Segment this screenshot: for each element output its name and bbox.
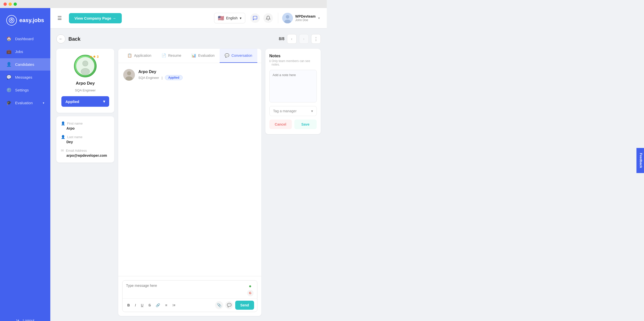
- template-button[interactable]: 💬: [225, 301, 233, 309]
- list-button[interactable]: ≡: [163, 302, 169, 308]
- grammarly-icon: G: [247, 290, 254, 296]
- notification-icon-button[interactable]: [263, 13, 273, 23]
- tag-manager-select[interactable]: Tag a manager ▾: [269, 106, 317, 116]
- candidates-icon: 👤: [6, 62, 12, 67]
- tab-evaluation-label: Evaluation: [198, 54, 215, 58]
- tab-conversation-label: Conversation: [231, 54, 252, 58]
- cancel-button[interactable]: Cancel: [269, 120, 292, 129]
- conversation-tab-icon: 💬: [225, 53, 229, 58]
- feedback-label: Feedback: [639, 153, 643, 168]
- header: ☰ View Company Page → 🇺🇸 English ▾: [50, 8, 327, 28]
- notes-section: Notes ℹ Only team members can see notes.…: [265, 49, 321, 134]
- tab-evaluation[interactable]: 📊 Evaluation: [186, 49, 220, 63]
- jobs-icon: 💼: [6, 49, 12, 54]
- notes-input[interactable]: [269, 70, 317, 102]
- ordered-list-button[interactable]: ⁝≡: [171, 302, 177, 308]
- tag-manager-label: Tag a manager: [273, 109, 297, 113]
- sidebar-item-dashboard[interactable]: 🏠 Dashboard: [0, 33, 50, 45]
- first-name-label: First name: [67, 122, 83, 125]
- tab-resume[interactable]: 📄 Resume: [156, 49, 186, 63]
- message-header: Arpo Dey SQA Engineer | Applied: [123, 69, 256, 81]
- more-options-button[interactable]: ⋮: [311, 34, 321, 44]
- tabs: 📋 Application 📄 Resume 📊 Evaluation: [118, 49, 261, 63]
- status-dropdown[interactable]: Applied ▾: [61, 96, 109, 107]
- sidebar-item-candidates[interactable]: 👤 Candidates: [0, 58, 50, 71]
- content-area: ← Back 8/8 ‹ › ⋮: [50, 28, 327, 321]
- menu-icon[interactable]: ☰: [57, 15, 62, 21]
- status-label: Applied: [65, 99, 79, 104]
- strikethrough-button[interactable]: S: [147, 302, 152, 308]
- sidebar: easy.jobs 🏠 Dashboard 💼 Jobs 👤 Candidate…: [0, 8, 50, 321]
- email-label: Email Address: [66, 149, 87, 152]
- feedback-tab[interactable]: Feedback: [637, 148, 644, 173]
- language-label: English: [226, 16, 238, 20]
- candidate-avatar-wrap: ★ ★ 3: [74, 55, 97, 77]
- message-info: Arpo Dey SQA Engineer | Applied: [138, 70, 183, 80]
- status-chevron-icon: ▾: [103, 99, 105, 104]
- link-button[interactable]: 🔗: [154, 302, 162, 308]
- next-nav-button[interactable]: ›: [299, 34, 309, 44]
- flag-icon: 🇺🇸: [218, 15, 224, 21]
- person-icon-2: 👤: [61, 135, 65, 139]
- panels: ★ ★ 3 Arpo Dey SQA Engineer Applied ▾: [56, 49, 321, 316]
- chrome-minimize[interactable]: [9, 3, 12, 6]
- underline-button[interactable]: U: [139, 302, 145, 308]
- sidebar-item-evaluation[interactable]: 🎓 Evaluation ▾: [0, 97, 50, 109]
- profile-chevron-icon: ▾: [318, 16, 320, 20]
- person-icon: 👤: [61, 121, 65, 125]
- back-button[interactable]: ← Back: [56, 34, 80, 43]
- composer-box: ● G B I U S 🔗 ≡: [122, 280, 257, 312]
- star-count: ★ 3: [93, 55, 99, 59]
- details-card: 👤 First name Arpo 👤 Last name D: [56, 116, 114, 163]
- sidebar-item-label: Settings: [15, 88, 29, 92]
- prev-nav-button[interactable]: ‹: [287, 34, 297, 44]
- lang-chevron-icon: ▾: [240, 16, 242, 20]
- sidebar-item-logout[interactable]: ↪ Logout: [10, 314, 41, 321]
- main-content: ☰ View Company Page → 🇺🇸 English ▾: [50, 8, 327, 321]
- sidebar-item-messages[interactable]: 💬 Messages: [0, 71, 50, 83]
- candidate-title: SQA Engineer: [75, 88, 96, 92]
- send-button[interactable]: Send: [235, 301, 254, 310]
- chrome-maximize[interactable]: [14, 3, 17, 6]
- email-value: arpo@wpdeveloper.com: [61, 153, 110, 157]
- profile-menu[interactable]: WPDevteam John Doe ▾: [278, 13, 320, 23]
- attachment-button[interactable]: 📎: [215, 301, 223, 309]
- center-panel: 📋 Application 📄 Resume 📊 Evaluation: [118, 49, 261, 316]
- composer-action-icons: 📎 💬 Send: [215, 301, 254, 310]
- last-name-row: 👤 Last name Dey: [61, 135, 110, 144]
- left-panel: ★ ★ 3 Arpo Dey SQA Engineer Applied ▾: [56, 49, 114, 316]
- message-candidate-name: Arpo Dey: [138, 70, 183, 74]
- tab-conversation[interactable]: 💬 Conversation: [220, 49, 257, 63]
- logout-icon: ↪: [16, 318, 19, 321]
- sidebar-item-jobs[interactable]: 💼 Jobs: [0, 45, 50, 58]
- sidebar-logout-label: Logout: [23, 318, 34, 321]
- back-bar-right: 8/8 ‹ › ⋮: [279, 34, 320, 44]
- chrome-close[interactable]: [4, 3, 7, 6]
- star-rating: ★ ★ 3: [90, 55, 99, 59]
- window-chrome: [0, 0, 327, 8]
- svg-point-3: [286, 15, 289, 19]
- evaluation-icon: 🎓: [6, 100, 12, 105]
- tab-application[interactable]: 📋 Application: [122, 49, 156, 63]
- bold-button[interactable]: B: [126, 302, 132, 308]
- save-button[interactable]: Save: [294, 120, 317, 129]
- language-selector[interactable]: 🇺🇸 English ▾: [214, 13, 245, 23]
- logo: easy.jobs: [1, 8, 49, 33]
- message-input[interactable]: [126, 284, 245, 297]
- sidebar-item-label: Messages: [15, 75, 32, 79]
- back-arrow-icon: ←: [56, 34, 65, 43]
- first-name-row: 👤 First name Arpo: [61, 121, 110, 130]
- sidebar-item-settings[interactable]: ⚙️ Settings: [0, 84, 50, 96]
- italic-button[interactable]: I: [133, 302, 138, 308]
- last-name-label: Last name: [67, 135, 83, 139]
- messages-icon: 💬: [6, 75, 12, 80]
- view-company-button[interactable]: View Company Page →: [69, 13, 122, 23]
- info-icon: ℹ: [269, 59, 271, 63]
- chat-icon-button[interactable]: [250, 13, 260, 23]
- pagination-label: 8/8: [279, 37, 284, 41]
- chevron-down-icon: ▾: [43, 101, 44, 105]
- svg-point-8: [83, 61, 88, 66]
- logo-text: easy.jobs: [19, 17, 44, 24]
- right-panel: Notes ℹ Only team members can see notes.…: [265, 49, 321, 316]
- email-icon: ✉: [61, 148, 64, 152]
